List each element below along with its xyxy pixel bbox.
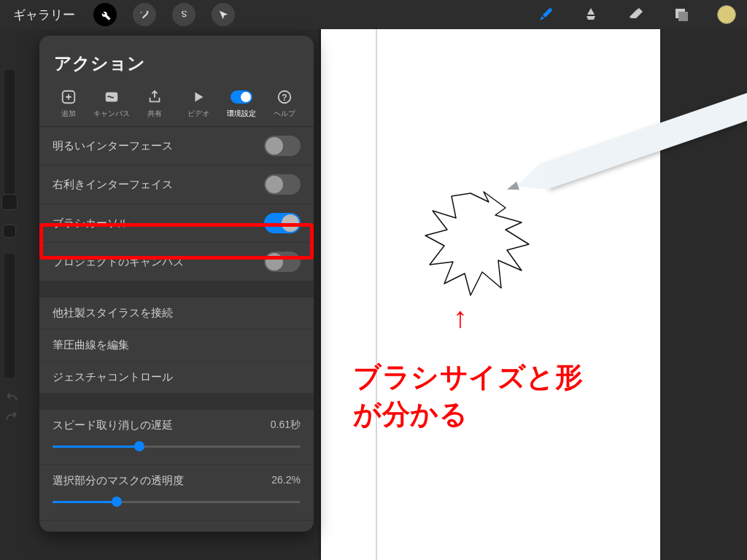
row-label: 他社製スタイラスを接続 [53,306,173,320]
row-pressure-curve[interactable]: 筆圧曲線を編集 [39,330,314,362]
canvas-icon [104,89,120,105]
layers-button[interactable] [671,4,692,25]
canvas-divider [376,29,377,560]
color-swatch [717,5,736,24]
tab-label: 共有 [147,109,162,119]
tab-video[interactable]: ビデオ [177,87,220,120]
tab-preferences[interactable]: 環境設定 [220,87,263,120]
s-icon [178,9,190,21]
toggle-brush-cursor[interactable] [264,213,301,233]
tab-share[interactable]: 共有 [133,87,177,120]
actions-popover: アクション 追加 キャンバス 共有 ビデオ 環境設定 ? ヘルプ 明るいインター… [39,36,314,532]
row-light-interface[interactable]: 明るいインターフェース [39,127,314,166]
smudge-tool[interactable] [581,4,601,25]
arrow-icon [217,9,230,21]
redo-button[interactable] [4,411,19,426]
play-icon [190,89,206,105]
gallery-button[interactable]: ギャラリー [0,7,85,23]
row-value: 26.2% [271,474,301,488]
slider-thumb[interactable] [1,194,18,210]
row-label: スピード取り消しの遅延 [53,419,173,432]
svg-text:?: ? [282,93,287,103]
tab-label: 追加 [61,109,76,119]
brush-icon [537,6,554,23]
modify-button[interactable] [3,225,16,238]
separator [39,394,314,410]
plus-box-icon [61,89,77,105]
selection-button[interactable] [164,0,204,29]
tab-label: ヘルプ [274,109,295,119]
toggle-light-interface[interactable] [264,136,301,156]
toggle-project-canvas[interactable] [264,252,301,272]
row-right-hand[interactable]: 右利きインターフェイス [39,166,314,204]
row-undo-delay[interactable]: スピード取り消しの遅延 0.61秒 [39,410,314,465]
tab-label: ビデオ [187,109,209,119]
row-project-canvas[interactable]: プロジェクトのキャンバス [39,243,314,281]
row-label: ブラシカーソル [53,217,129,230]
top-right-icons [535,0,737,29]
row-mask-opacity[interactable]: 選択部分のマスクの透明度 26.2% [39,465,314,521]
row-label: 筆圧曲線を編集 [53,338,129,352]
actions-button[interactable] [85,0,125,29]
layers-icon [673,6,690,23]
toggle-right-hand[interactable] [264,174,301,195]
row-label: ジェスチャコントロール [53,370,173,384]
row-brush-cursor[interactable]: ブラシカーソル [39,204,314,243]
tab-label: キャンバス [93,109,130,119]
row-label: 明るいインターフェース [53,139,173,153]
help-icon: ? [276,89,293,105]
row-label: プロジェクトのキャンバス [53,255,184,269]
row-connect-stylus[interactable]: 他社製スタイラスを接続 [39,298,314,330]
slider-mask-opacity[interactable] [53,495,301,508]
top-left-icons [85,0,243,29]
actions-tabs: 追加 キャンバス 共有 ビデオ 環境設定 ? ヘルプ [39,82,314,127]
eraser-tool[interactable] [626,4,646,25]
tab-help[interactable]: ? ヘルプ [263,87,306,120]
wrench-icon [99,9,112,21]
brush-opacity-slider[interactable] [4,254,15,378]
tab-add[interactable]: 追加 [47,87,90,120]
smudge-icon [582,6,600,23]
adjustments-button[interactable] [125,0,164,29]
undo-button[interactable] [4,392,19,407]
popover-title: アクション [39,36,314,82]
row-gesture-control[interactable]: ジェスチャコントロール [39,362,314,394]
top-toolbar: ギャラリー [0,0,747,29]
row-label: 右利きインターフェイス [53,178,173,192]
transform-button[interactable] [204,0,243,29]
preferences-list: 明るいインターフェース 右利きインターフェイス ブラシカーソル プロジェクトのキ… [39,127,314,521]
share-icon [147,89,163,105]
row-label: 選択部分のマスクの透明度 [53,474,184,488]
color-button[interactable] [716,4,737,25]
tab-canvas[interactable]: キャンバス [90,87,133,120]
eraser-icon [627,6,645,23]
brush-tool[interactable] [535,4,556,25]
slider-undo-delay[interactable] [53,440,301,453]
row-value: 0.61秒 [271,419,301,432]
annotation-arrow: ↑ [453,303,468,332]
undo-redo [4,388,19,430]
wand-icon [139,9,151,21]
toggle-icon [231,90,252,104]
annotation-caption: ブラシサイズと形が分かる [353,359,583,434]
separator [39,281,314,298]
brush-size-slider[interactable] [4,70,15,194]
tab-label: 環境設定 [227,109,256,119]
